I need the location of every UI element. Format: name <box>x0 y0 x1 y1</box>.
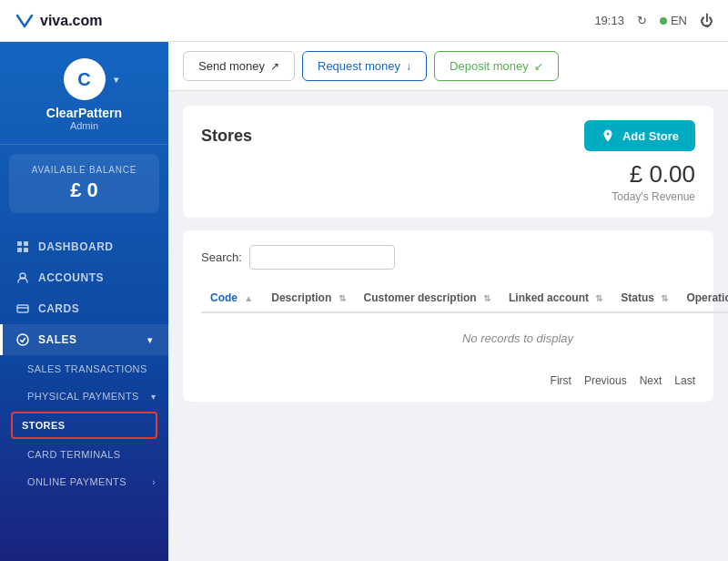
sidebar-item-sales[interactable]: SALES ▾ <box>0 324 168 355</box>
col-status[interactable]: Status ⇅ <box>612 284 677 312</box>
profile-role: Admin <box>70 120 98 131</box>
send-money-icon: ↗ <box>270 60 279 73</box>
deposit-money-label: Deposit money <box>450 59 529 73</box>
avatar: C ▾ <box>64 58 106 100</box>
sidebar-item-accounts[interactable]: ACCOUNTS <box>0 262 168 293</box>
col-description[interactable]: Description ⇅ <box>262 284 354 312</box>
action-bar: Send money ↗ Request money ↓ Deposit mon… <box>168 42 728 91</box>
col-operation[interactable]: Operation ⇅ <box>677 284 728 312</box>
svg-rect-3 <box>24 248 28 252</box>
online-payments-arrow: › <box>152 477 156 487</box>
sidebar-item-cards-label: CARDS <box>38 302 79 315</box>
lang-status-dot <box>660 17 667 25</box>
pagination-first[interactable]: First <box>551 374 571 387</box>
stores-title: Stores <box>201 127 252 146</box>
data-table: Code ▲ Description ⇅ Customer descriptio… <box>201 284 728 363</box>
dashboard-icon <box>16 240 29 253</box>
search-row: Search: <box>201 245 695 270</box>
sidebar-subitem-online-payments[interactable]: ONLINE PAYMENTS › <box>0 468 168 495</box>
svg-point-7 <box>17 334 28 345</box>
stores-header: Stores Add Store <box>201 120 695 151</box>
balance-label: AVAILABLE BALANCE <box>32 165 137 175</box>
profile-dropdown-arrow[interactable]: ▾ <box>114 75 118 85</box>
table-card: Search: Code ▲ Description ⇅ <box>183 230 713 402</box>
topbar: viva.com 19:13 ↻ EN ⏻ <box>0 0 728 42</box>
language-selector[interactable]: EN <box>660 14 687 27</box>
pagination-next[interactable]: Next <box>640 374 662 387</box>
sidebar-item-accounts-label: ACCOUNTS <box>38 271 104 284</box>
svg-rect-0 <box>17 241 22 246</box>
revenue-amount: £ 0.00 <box>201 160 695 189</box>
send-money-label: Send money <box>198 59 265 73</box>
sort-status-icon: ⇅ <box>661 293 668 303</box>
request-money-icon: ↓ <box>406 60 411 73</box>
add-store-label: Add Store <box>622 129 679 143</box>
request-money-button[interactable]: Request money ↓ <box>302 51 427 81</box>
power-icon[interactable]: ⏻ <box>700 13 713 28</box>
nav-items: DASHBOARD ACCOUNTS CARDS SALES ▾ SALES T… <box>0 222 168 561</box>
logo-text: viva.com <box>40 13 102 29</box>
col-code[interactable]: Code ▲ <box>201 284 262 312</box>
empty-row: No records to display <box>201 312 728 363</box>
lang-label: EN <box>671 14 687 27</box>
svg-rect-1 <box>24 241 28 246</box>
sidebar-subitem-physical-payments[interactable]: PHYSICAL PAYMENTS ▾ <box>0 382 168 410</box>
profile-section: C ▾ ClearPattern Admin <box>0 42 168 145</box>
clock-time: 19:13 <box>594 14 624 27</box>
sidebar-subitem-sales-transactions[interactable]: SALES TRANSACTIONS <box>0 355 168 382</box>
main-content: Send money ↗ Request money ↓ Deposit mon… <box>168 42 728 561</box>
table-body: No records to display <box>201 312 728 363</box>
pagination-previous[interactable]: Previous <box>584 374 627 387</box>
deposit-money-icon: ↙ <box>534 60 543 73</box>
content-area: Stores Add Store £ 0.00 Today's Revenue <box>168 91 728 561</box>
col-linked-account[interactable]: Linked account ⇅ <box>500 284 612 312</box>
col-customer-description[interactable]: Customer description ⇅ <box>355 284 500 312</box>
accounts-icon <box>16 271 29 284</box>
logo: viva.com <box>15 11 102 31</box>
sort-code-icon: ▲ <box>244 293 253 303</box>
pagination: First Previous Next Last <box>201 363 695 387</box>
search-input[interactable] <box>249 245 395 270</box>
profile-name: ClearPattern <box>46 106 122 120</box>
empty-message: No records to display <box>201 312 728 363</box>
sidebar-item-sales-label: SALES <box>38 333 77 346</box>
revenue-label: Today's Revenue <box>201 190 695 203</box>
add-store-button[interactable]: Add Store <box>584 120 695 151</box>
topbar-right: 19:13 ↻ EN ⏻ <box>594 13 713 28</box>
sidebar: C ▾ ClearPattern Admin AVAILABLE BALANCE… <box>0 42 168 561</box>
physical-payments-chevron: ▾ <box>151 392 156 402</box>
layout: C ▾ ClearPattern Admin AVAILABLE BALANCE… <box>0 42 728 561</box>
sidebar-item-dashboard[interactable]: DASHBOARD <box>0 231 168 262</box>
table-header: Code ▲ Description ⇅ Customer descriptio… <box>201 284 728 312</box>
balance-amount: £ 0 <box>70 178 98 202</box>
request-money-label: Request money <box>318 59 400 73</box>
location-pin-icon <box>601 128 615 143</box>
sidebar-subitem-stores[interactable]: STORES <box>11 412 157 439</box>
sales-chevron-icon: ▾ <box>147 335 153 345</box>
cards-icon <box>16 302 29 315</box>
viva-logo-icon <box>15 11 35 31</box>
svg-rect-5 <box>17 305 28 312</box>
sidebar-item-cards[interactable]: CARDS <box>0 293 168 324</box>
pagination-last[interactable]: Last <box>674 374 695 387</box>
sidebar-subitem-card-terminals[interactable]: CARD TERMINALS <box>0 441 168 468</box>
search-label: Search: <box>201 250 242 264</box>
balance-section: AVAILABLE BALANCE £ 0 <box>9 154 159 213</box>
send-money-button[interactable]: Send money ↗ <box>183 51 295 81</box>
sidebar-item-dashboard-label: DASHBOARD <box>38 240 114 253</box>
svg-rect-2 <box>17 248 22 252</box>
sort-description-icon: ⇅ <box>339 293 346 303</box>
refresh-icon[interactable]: ↻ <box>637 14 647 27</box>
sort-linked-icon: ⇅ <box>595 293 602 303</box>
revenue-section: £ 0.00 Today's Revenue <box>201 160 695 203</box>
sales-icon <box>16 333 29 346</box>
deposit-money-button[interactable]: Deposit money ↙ <box>434 51 559 81</box>
sort-customer-icon: ⇅ <box>483 293 490 303</box>
stores-header-card: Stores Add Store £ 0.00 Today's Revenue <box>183 106 713 218</box>
